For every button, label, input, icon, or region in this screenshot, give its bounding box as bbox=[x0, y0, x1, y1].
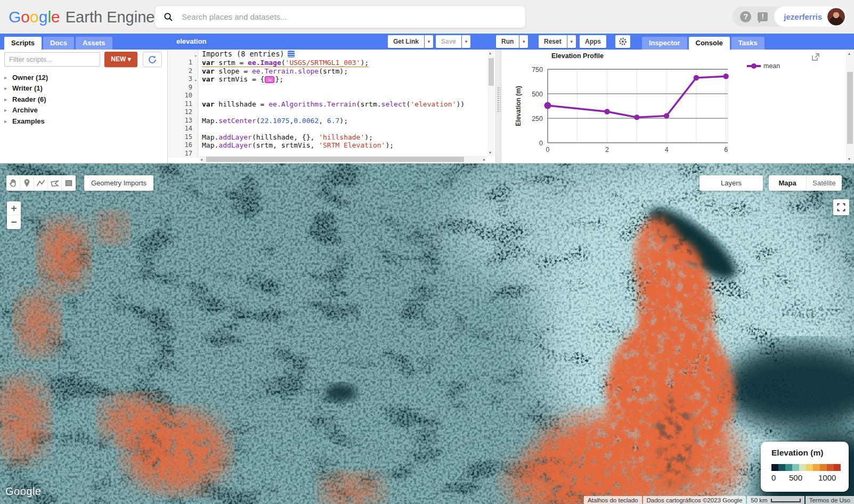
line-number: 11 bbox=[168, 100, 198, 109]
expand-arrow-icon[interactable]: ▸ bbox=[4, 85, 9, 91]
drag-handle-icon[interactable] bbox=[497, 87, 500, 112]
code-token: )) bbox=[456, 100, 465, 108]
code-line[interactable]: 11var hillshade = ee.Algorithms.Terrain(… bbox=[168, 100, 495, 109]
feedback-icon[interactable]: ! bbox=[758, 12, 768, 21]
scroll-up-icon[interactable]: ▴ bbox=[848, 51, 850, 56]
map-copyright: Dados cartográficos ©2023 Google bbox=[643, 496, 746, 504]
code-line[interactable]: 3▸var srtmVis = {↔}; bbox=[168, 75, 495, 84]
rectangle-icon bbox=[64, 179, 73, 187]
map-type-satellite-button[interactable]: Satélite bbox=[806, 175, 842, 191]
rectangle-tool-button[interactable] bbox=[62, 175, 76, 191]
code-line[interactable]: 12 bbox=[168, 108, 495, 117]
expand-arrow-icon[interactable]: ▸ bbox=[4, 75, 9, 80]
code-line[interactable]: 2var slope = ee.Terrain.slope(srtm); bbox=[168, 67, 495, 76]
code-line[interactable]: 13Map.setCenter(22.1075,0.0062, 6.7); bbox=[168, 117, 495, 125]
toolbar-bar: Scripts Docs Assets elevation Get Link ▾… bbox=[0, 34, 854, 50]
code-line[interactable]: 16Map.addLayer(srtm, srtmVis, 'SRTM Elev… bbox=[168, 141, 495, 150]
code-line[interactable]: 1var srtm = ee.Image('USGS/SRTMGL1_003')… bbox=[168, 59, 495, 67]
terms-of-use-link[interactable]: Termos de Uso bbox=[806, 496, 854, 504]
code-text: var slope = ee.Terrain.slope(srtm); bbox=[202, 67, 348, 75]
top-bar: GoogleEarth Engine ? ! jezerferris bbox=[0, 0, 854, 34]
avatar[interactable] bbox=[827, 8, 845, 26]
panel-splitter[interactable] bbox=[495, 50, 501, 163]
tree-item-reader[interactable]: ▸Reader (6) bbox=[4, 94, 48, 105]
tab-tasks[interactable]: Tasks bbox=[731, 37, 764, 50]
geometry-imports-button[interactable]: Geometry Imports bbox=[84, 175, 153, 191]
tab-docs[interactable]: Docs bbox=[43, 37, 74, 50]
scroll-down-icon[interactable]: ▾ bbox=[848, 157, 850, 161]
svg-text:Elevation Profile: Elevation Profile bbox=[551, 52, 604, 60]
zoom-out-button[interactable]: − bbox=[7, 215, 21, 229]
reset-caret-icon[interactable]: ▾ bbox=[567, 35, 576, 48]
settings-button[interactable] bbox=[615, 35, 630, 48]
map-type-map-button[interactable]: Mapa bbox=[769, 175, 806, 191]
line-tool-button[interactable] bbox=[34, 175, 48, 191]
tab-scripts[interactable]: Scripts bbox=[4, 37, 42, 50]
new-script-button[interactable]: NEW ▾ bbox=[104, 52, 137, 67]
scrollbar-thumb[interactable] bbox=[489, 58, 494, 86]
keyboard-shortcuts-link[interactable]: Atalhos do teclado bbox=[584, 496, 642, 504]
expand-arrow-icon[interactable]: ▸ bbox=[4, 96, 9, 102]
code-token: 'USGS/SRTMGL1_003' bbox=[286, 59, 361, 67]
gear-icon bbox=[618, 37, 628, 46]
map-attribution: Atalhos do teclado Dados cartográficos ©… bbox=[584, 496, 854, 504]
scroll-right-icon[interactable]: ▸ bbox=[483, 157, 485, 162]
code-text: var hillshade = ee.Algorithms.Terrain(sr… bbox=[202, 100, 465, 108]
search-input[interactable] bbox=[182, 6, 512, 27]
run-caret-icon[interactable]: ▾ bbox=[519, 35, 528, 48]
tab-console[interactable]: Console bbox=[689, 37, 730, 50]
scrollbar-thumb[interactable] bbox=[206, 157, 464, 162]
editor-horizontal-scrollbar[interactable]: ◂ ▸ bbox=[199, 156, 486, 162]
open-in-new-button[interactable] bbox=[811, 52, 820, 62]
pan-tool-button[interactable] bbox=[6, 175, 20, 191]
tree-label: Reader (6) bbox=[12, 95, 46, 103]
search-box[interactable] bbox=[154, 5, 526, 28]
user-pill[interactable]: jezerferris bbox=[774, 6, 847, 27]
run-button[interactable]: Run bbox=[496, 35, 519, 48]
scroll-left-icon[interactable]: ◂ bbox=[200, 157, 202, 162]
console-vertical-scrollbar[interactable]: ▴ ▾ bbox=[846, 50, 854, 163]
expand-arrow-icon[interactable]: ▸ bbox=[4, 107, 9, 113]
code-token: addLayer bbox=[218, 133, 252, 141]
scroll-down-icon[interactable]: ▾ bbox=[489, 150, 491, 155]
imports-table-icon[interactable] bbox=[288, 51, 295, 58]
save-button[interactable]: Save bbox=[436, 35, 461, 48]
map-canvas[interactable] bbox=[0, 164, 854, 504]
code-editor[interactable]: ▸ Imports (8 entries) 1var srtm = ee.Ima… bbox=[168, 50, 495, 163]
point-tool-button[interactable] bbox=[20, 175, 34, 191]
fullscreen-button[interactable] bbox=[833, 199, 849, 215]
expand-arrow-icon[interactable]: ▸ bbox=[4, 118, 9, 124]
tab-assets[interactable]: Assets bbox=[76, 37, 112, 50]
code-token: 22.1075 bbox=[261, 117, 290, 125]
zoom-in-button[interactable]: + bbox=[7, 201, 21, 215]
tree-item-archive[interactable]: ▸Archive bbox=[4, 105, 48, 116]
code-line[interactable]: 9 bbox=[168, 84, 495, 92]
tree-item-examples[interactable]: ▸Examples bbox=[4, 116, 48, 127]
imports-header-row[interactable]: ▸ Imports (8 entries) bbox=[168, 50, 495, 59]
code-lines[interactable]: 1var srtm = ee.Image('USGS/SRTMGL1_003')… bbox=[168, 59, 495, 158]
get-link-button[interactable]: Get Link bbox=[388, 35, 424, 48]
code-line[interactable]: 14 bbox=[168, 125, 495, 133]
help-icon[interactable]: ? bbox=[740, 11, 751, 22]
code-line[interactable]: 15Map.addLayer(hillshade, {}, 'hillshade… bbox=[168, 133, 495, 142]
layers-button[interactable]: Layers bbox=[700, 175, 763, 191]
code-token: ee.Terrain.slope bbox=[252, 67, 319, 75]
scroll-up-icon[interactable]: ▴ bbox=[489, 51, 491, 55]
reset-button[interactable]: Reset bbox=[539, 35, 567, 48]
marker-icon bbox=[23, 178, 31, 188]
polygon-tool-button[interactable] bbox=[48, 175, 62, 191]
get-link-caret-icon[interactable]: ▾ bbox=[425, 35, 433, 48]
collapsed-object-widget[interactable]: ↔ bbox=[265, 76, 274, 83]
line-number: 13 bbox=[168, 117, 198, 125]
editor-vertical-scrollbar[interactable]: ▴ ▾ bbox=[487, 50, 495, 156]
tree-item-writer[interactable]: ▸Writer (1) bbox=[4, 83, 48, 94]
refresh-button[interactable] bbox=[143, 52, 162, 67]
scrollbar-thumb[interactable] bbox=[847, 72, 853, 144]
save-caret-icon[interactable]: ▾ bbox=[462, 35, 470, 48]
code-token: hillshade = bbox=[214, 100, 269, 108]
tree-item-owner[interactable]: ▸Owner (12) bbox=[4, 72, 48, 83]
code-line[interactable]: 10 bbox=[168, 92, 495, 100]
filter-scripts-input[interactable] bbox=[4, 52, 100, 67]
tab-inspector[interactable]: Inspector bbox=[642, 37, 687, 50]
apps-button[interactable]: Apps bbox=[580, 35, 606, 48]
